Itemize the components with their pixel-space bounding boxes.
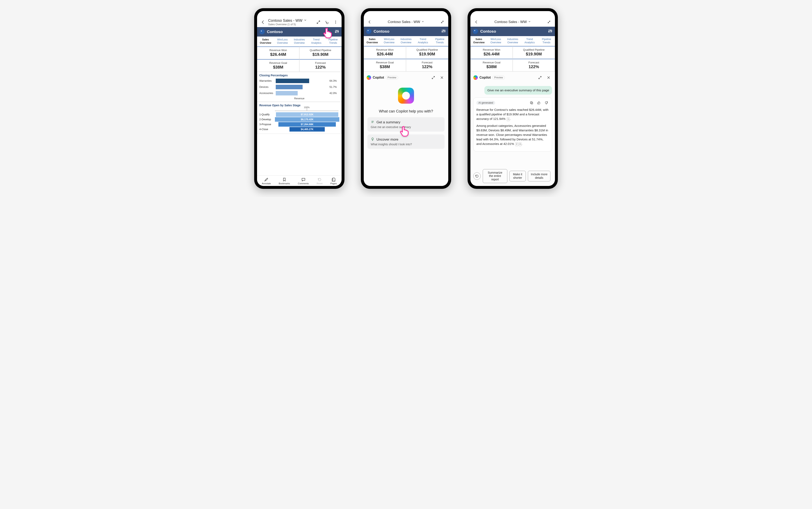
kpi-label: Qualified Pipeline [301, 48, 341, 52]
tab-win-loss[interactable]: Win/LossOverview [487, 36, 504, 46]
report-tabs: SalesOverviewWin/LossOverviewIndustriesO… [470, 36, 555, 46]
bookmarks-button[interactable]: Bookmarks [279, 177, 290, 185]
more-button[interactable] [332, 19, 339, 26]
tab-sales[interactable]: SalesOverview [257, 37, 274, 46]
kpi-value: $26.44M [258, 52, 298, 57]
kpi-revenue-won: Revenue Won $26.44M [364, 46, 406, 59]
brand-banner: Contoso [257, 27, 342, 37]
kpi-value: $38M [258, 65, 298, 70]
bar-fill [276, 79, 309, 83]
bulb-icon [371, 137, 375, 142]
svg-rect-12 [531, 102, 533, 104]
copilot-panel: Copilot Preview Give me an executive sum… [470, 71, 555, 186]
chip-make-shorter[interactable]: Make it shorter [509, 171, 526, 181]
collapse-button[interactable] [439, 19, 446, 26]
report-title[interactable]: Contoso Sales - WW [388, 20, 420, 24]
copy-button[interactable] [529, 100, 534, 105]
comments-button[interactable]: Comments [298, 177, 309, 185]
scale-label: 100% [304, 106, 310, 109]
expand-button[interactable] [536, 74, 543, 81]
tab-trend[interactable]: TrendAnalytics [308, 37, 324, 46]
thumbs-down-button[interactable] [544, 100, 549, 105]
tab-pipeline[interactable]: PipelineTrends [431, 36, 448, 46]
copilot-button[interactable] [323, 19, 330, 26]
close-button[interactable] [438, 74, 446, 81]
kpi-forecast: Forecast 122% [513, 59, 555, 71]
svg-point-9 [549, 31, 550, 32]
copilot-title: Copilot [480, 76, 491, 79]
report-title[interactable]: Contoso Sales - WW [494, 20, 527, 24]
suggestion-uncover-more[interactable]: Uncover more What insights should I look… [367, 134, 445, 149]
bar-category: Accessories [259, 92, 274, 95]
tab-pipeline[interactable]: PipelineTrends [538, 36, 555, 46]
ai-generated-badge: AI generated [476, 101, 495, 105]
svg-rect-13 [530, 102, 532, 103]
kpi-value: $19.90M [301, 52, 341, 57]
citation[interactable]: 1 [507, 117, 509, 121]
kpi-label: Forecast [407, 61, 447, 64]
stage-row: 3-Propose $7,264.68K [259, 122, 339, 127]
bar-value: 64.3% [329, 79, 339, 82]
tab-trend[interactable]: TrendAnalytics [521, 36, 538, 46]
svg-point-1 [335, 22, 336, 22]
pages-button[interactable]: Pages [330, 177, 337, 185]
svg-point-5 [338, 31, 339, 32]
kpi-label: Qualified Pipeline [407, 48, 447, 51]
expand-button[interactable] [315, 19, 322, 26]
kpi-value: 122% [301, 65, 341, 70]
back-button[interactable] [259, 19, 267, 26]
tab-trend[interactable]: TrendAnalytics [414, 36, 431, 46]
thumbs-up-button[interactable] [536, 100, 541, 105]
app-header: Contoso Sales - WW [364, 17, 448, 27]
expand-button[interactable] [430, 74, 437, 81]
kpi-label: Forecast [301, 61, 341, 64]
filter-sliders-button[interactable] [334, 29, 339, 34]
svg-point-8 [445, 31, 446, 31]
stage-label: 3-Propose [259, 123, 274, 126]
brand-logo-icon [259, 29, 265, 34]
tab-industries[interactable]: IndustriesOverview [291, 37, 308, 46]
bar-category: Devices [259, 86, 274, 89]
tab-sales[interactable]: SalesOverview [470, 36, 487, 46]
brand-name: Contoso [374, 29, 439, 34]
suggestion-title: Uncover more [377, 137, 398, 142]
back-button[interactable] [473, 19, 480, 26]
citation[interactable]: 2 [515, 142, 518, 146]
citation[interactable]: 3 [519, 142, 522, 146]
stage-row: 2-Develop $8,170.42K [259, 117, 339, 122]
filter-sliders-button[interactable] [441, 29, 446, 34]
kpi-label: Qualified Pipeline [514, 48, 554, 51]
chevron-down-icon[interactable] [421, 20, 424, 24]
tab-pipeline[interactable]: PipelineTrends [325, 37, 342, 46]
refresh-button[interactable] [473, 172, 481, 180]
chip-summarize-report[interactable]: Summarize the entire report [483, 169, 507, 183]
back-button[interactable] [366, 19, 373, 26]
tab-win-loss[interactable]: Win/LossOverview [274, 37, 291, 46]
kpi-label: Revenue Goal [365, 61, 405, 64]
close-button[interactable] [545, 74, 552, 81]
kpi-value: $38M [471, 64, 511, 69]
chevron-down-icon[interactable] [304, 19, 307, 23]
collapse-button[interactable] [545, 19, 553, 26]
kpi-grid: Revenue Won $26.44MQualified Pipeline $1… [257, 46, 342, 72]
chip-include-details[interactable]: Include more details [528, 171, 551, 181]
tab-industries[interactable]: IndustriesOverview [398, 36, 414, 46]
chevron-down-icon[interactable] [528, 20, 531, 24]
stage-bar: $7,912.02K [276, 112, 338, 117]
filter-sliders-button[interactable] [548, 29, 553, 34]
svg-point-6 [442, 31, 443, 32]
stage-label: 1-Qualify [259, 113, 274, 116]
reset-button[interactable]: Reset [317, 177, 322, 185]
suggestion-subtitle: Give me an executive summary [371, 126, 441, 129]
annotate-button[interactable]: Annotate [262, 177, 271, 185]
brand-banner: Contoso [364, 27, 448, 36]
tab-sales[interactable]: SalesOverview [364, 36, 381, 46]
tab-win-loss[interactable]: Win/LossOverview [381, 36, 397, 46]
stage-bar: $7,264.68K [278, 122, 336, 127]
report-tabs: SalesOverviewWin/LossOverviewIndustriesO… [257, 37, 342, 46]
report-title[interactable]: Contoso Sales - WW [268, 19, 303, 23]
kpi-revenue-goal: Revenue Goal $38M [257, 59, 299, 72]
stage-row: 1-Qualify $7,912.02K [259, 112, 339, 117]
tab-industries[interactable]: IndustriesOverview [504, 36, 521, 46]
suggestion-get-summary[interactable]: Get a summary Give me an executive summa… [367, 117, 445, 132]
